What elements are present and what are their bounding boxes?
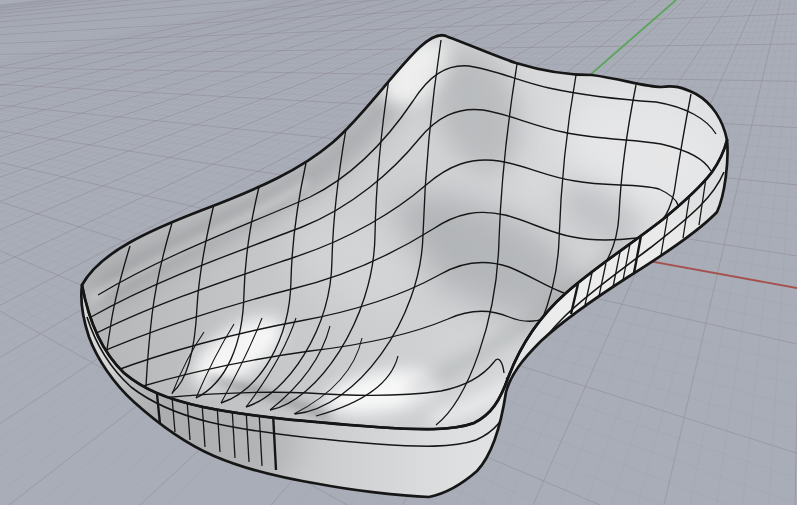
cad-perspective-viewport[interactable] — [0, 0, 797, 505]
viewport-canvas[interactable] — [0, 0, 797, 505]
